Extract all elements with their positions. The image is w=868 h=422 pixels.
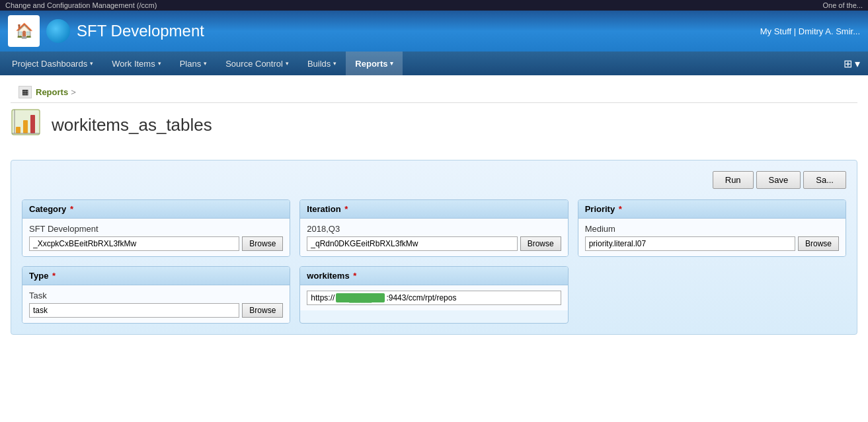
save-as-button[interactable]: Sa... [803,171,846,189]
required-indicator: * [351,271,357,281]
chevron-down-icon: ▾ [333,60,336,67]
nav-plans-label: Plans [180,59,202,69]
save-button[interactable]: Save [756,171,801,189]
navbar: Project Dashboards ▾ Work Items ▾ Plans … [0,52,868,75]
field-category-browse[interactable]: Browse [242,236,283,251]
fields-row2-empty [578,266,846,324]
nav-reports-label: Reports [355,59,387,69]
field-priority: Priority * Medium Browse [578,199,846,257]
field-type-header: Type * [22,267,290,285]
svg-rect-2 [23,120,28,133]
nav-source-control-label: Source Control [225,59,283,69]
field-iteration-body: 2018,Q3 Browse [300,219,567,256]
field-workitems: workitems * https://████:9443/ccm/rpt/re… [299,266,568,324]
chevron-down-icon: ▾ [158,60,161,67]
page-content: ▦ Reports > workitems_as_tables Run Save… [0,75,868,422]
field-priority-body: Medium Browse [578,219,846,256]
nav-source-control[interactable]: Source Control ▾ [216,52,298,75]
field-category-header: Category * [22,200,290,219]
nav-project-dashboards-label: Project Dashboards [12,59,87,69]
form-toolbar: Run Save Sa... [22,171,846,189]
field-type-display: Task [29,291,283,300]
app-title: SFT Development [77,22,760,40]
field-workitems-input-row: https://████:9443/ccm/rpt/repos [307,291,561,305]
nav-plans[interactable]: Plans ▾ [171,52,217,75]
field-iteration-input-row: Browse [307,236,561,251]
nav-builds[interactable]: Builds ▾ [298,52,346,75]
fields-row-2: Type * Task Browse workitems * [22,266,846,324]
run-button[interactable]: Run [713,171,754,189]
grid-view-icon[interactable]: ⊞ ▾ [838,55,865,73]
field-priority-header: Priority * [578,200,846,219]
form-container: Run Save Sa... Category * SFT Developmen… [11,160,857,335]
fields-row-1: Category * SFT Development Browse Iterat… [22,199,846,257]
required-indicator: * [342,204,348,214]
nav-work-items-label: Work Items [112,59,155,69]
top-bar-left: Change and Configuration Management (/cc… [5,1,157,9]
url-redacted: ████ [336,293,385,302]
nav-reports[interactable]: Reports ▾ [346,52,403,75]
field-category-input-row: Browse [29,236,283,251]
field-type-input-row: Browse [29,303,283,318]
url-prefix: https:// [311,293,335,302]
required-indicator: * [50,271,56,281]
field-priority-browse[interactable]: Browse [798,236,839,251]
header: 🏠 SFT Development My Stuff | Dmitry A. S… [0,11,868,52]
field-iteration-header: Iteration * [300,200,567,219]
home-logo[interactable]: 🏠 [8,15,40,47]
chevron-down-icon: ▾ [286,60,289,67]
required-indicator: * [616,204,622,214]
field-category-input[interactable] [29,236,239,251]
field-category-display: SFT Development [29,224,283,234]
field-category: Category * SFT Development Browse [22,199,290,257]
field-iteration: Iteration * 2018,Q3 Browse [299,199,568,257]
field-iteration-input[interactable] [307,236,517,251]
chevron-down-icon: ▾ [90,60,93,67]
report-title-section: workitems_as_tables [11,103,857,147]
top-bar: Change and Configuration Management (/cc… [0,0,868,11]
grid-small-icon: ▦ [22,88,28,96]
nav-project-dashboards[interactable]: Project Dashboards ▾ [3,52,102,75]
field-type-browse[interactable]: Browse [242,303,283,318]
globe-icon [46,19,70,43]
chevron-down-icon: ▾ [390,60,393,67]
field-iteration-browse[interactable]: Browse [520,236,561,251]
home-breadcrumb[interactable]: ▦ [19,86,32,98]
breadcrumb-separator: > [71,87,76,97]
chevron-down-icon: ▾ [204,60,207,67]
breadcrumb-reports-link[interactable]: Reports [36,87,68,97]
field-iteration-display: 2018,Q3 [307,224,561,234]
report-title: workitems_as_tables [52,115,212,135]
field-type-body: Task Browse [22,285,290,323]
nav-builds-label: Builds [307,59,331,69]
field-workitems-header: workitems * [300,267,567,285]
field-workitems-body: https://████:9443/ccm/rpt/repos [300,285,567,310]
user-name: Dmitry A. Smir... [799,26,860,36]
svg-rect-3 [30,115,35,133]
field-type-input[interactable] [29,303,239,318]
my-stuff-link[interactable]: My Stuff [760,26,791,36]
breadcrumb-bar: ▦ Reports > [11,82,857,103]
field-priority-display: Medium [585,224,839,234]
top-bar-right: One of the... [822,1,863,9]
required-indicator: * [67,204,73,214]
svg-rect-1 [16,127,20,133]
field-priority-input-row: Browse [585,236,839,251]
field-workitems-url[interactable]: https://████:9443/ccm/rpt/repos [307,291,561,305]
nav-work-items[interactable]: Work Items ▾ [102,52,171,75]
url-suffix: :9443/ccm/rpt/repos [386,293,456,302]
field-category-body: SFT Development Browse [22,219,290,256]
user-info: My Stuff | Dmitry A. Smir... [760,26,860,36]
field-type: Type * Task Browse [22,266,290,324]
report-icon [11,108,44,141]
field-priority-input[interactable] [585,236,795,251]
